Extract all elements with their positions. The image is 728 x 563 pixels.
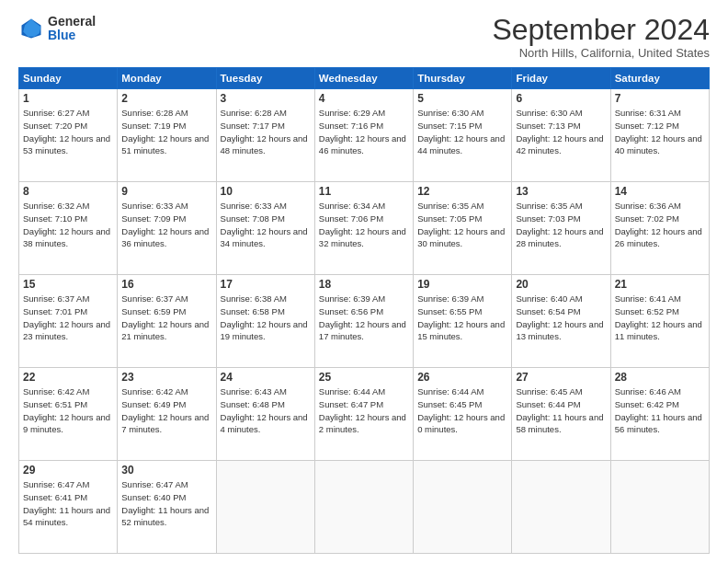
calendar-cell: 13 Sunrise: 6:35 AMSunset: 7:03 PMDaylig…: [512, 182, 610, 275]
calendar-cell: [414, 461, 512, 554]
day-number: 12: [417, 185, 507, 198]
calendar-cell: 19 Sunrise: 6:39 AMSunset: 6:55 PMDaylig…: [414, 275, 512, 368]
day-number: 2: [121, 92, 211, 105]
calendar-cell: 18 Sunrise: 6:39 AMSunset: 6:56 PMDaylig…: [314, 275, 413, 368]
weekday-header: Thursday: [414, 68, 512, 89]
calendar-cell: 2 Sunrise: 6:28 AMSunset: 7:19 PMDayligh…: [118, 89, 216, 182]
day-number: 17: [221, 278, 311, 291]
calendar-cell: 15 Sunrise: 6:37 AMSunset: 7:01 PMDaylig…: [19, 275, 118, 368]
calendar-cell: [610, 461, 709, 554]
day-number: 20: [516, 278, 606, 291]
day-info: Sunrise: 6:27 AMSunset: 7:20 PMDaylight:…: [23, 107, 113, 157]
title-block: September 2024 North Hills, California, …: [492, 15, 710, 60]
day-info: Sunrise: 6:45 AMSunset: 6:44 PMDaylight:…: [516, 385, 606, 436]
day-number: 29: [23, 464, 113, 477]
day-info: Sunrise: 6:36 AMSunset: 7:02 PMDaylight:…: [615, 200, 705, 250]
calendar-cell: 1 Sunrise: 6:27 AMSunset: 7:20 PMDayligh…: [19, 89, 118, 182]
day-number: 25: [319, 371, 409, 384]
day-number: 19: [417, 278, 507, 291]
month-title: September 2024: [492, 15, 710, 44]
day-number: 14: [615, 185, 705, 198]
day-number: 26: [417, 371, 507, 384]
day-info: Sunrise: 6:37 AMSunset: 6:59 PMDaylight:…: [121, 293, 211, 343]
calendar-week-row: 8 Sunrise: 6:32 AMSunset: 7:10 PMDayligh…: [19, 182, 710, 275]
calendar-cell: 10 Sunrise: 6:33 AMSunset: 7:08 PMDaylig…: [216, 182, 314, 275]
calendar-cell: 24 Sunrise: 6:43 AMSunset: 6:48 PMDaylig…: [216, 368, 314, 461]
weekday-header: Saturday: [610, 68, 709, 89]
calendar-week-row: 15 Sunrise: 6:37 AMSunset: 7:01 PMDaylig…: [19, 275, 710, 368]
day-number: 15: [23, 278, 113, 291]
calendar-cell: 27 Sunrise: 6:45 AMSunset: 6:44 PMDaylig…: [512, 368, 610, 461]
calendar-cell: 23 Sunrise: 6:42 AMSunset: 6:49 PMDaylig…: [118, 368, 216, 461]
day-number: 5: [417, 92, 507, 105]
day-info: Sunrise: 6:28 AMSunset: 7:19 PMDaylight:…: [121, 107, 211, 157]
calendar-cell: 25 Sunrise: 6:44 AMSunset: 6:47 PMDaylig…: [314, 368, 413, 461]
day-number: 23: [121, 371, 211, 384]
calendar-cell: 8 Sunrise: 6:32 AMSunset: 7:10 PMDayligh…: [19, 182, 118, 275]
weekday-header: Tuesday: [216, 68, 314, 89]
day-info: Sunrise: 6:33 AMSunset: 7:09 PMDaylight:…: [121, 200, 211, 250]
day-info: Sunrise: 6:32 AMSunset: 7:10 PMDaylight:…: [23, 200, 113, 250]
day-info: Sunrise: 6:29 AMSunset: 7:16 PMDaylight:…: [319, 107, 409, 157]
calendar-cell: 20 Sunrise: 6:40 AMSunset: 6:54 PMDaylig…: [512, 275, 610, 368]
day-info: Sunrise: 6:28 AMSunset: 7:17 PMDaylight:…: [221, 107, 311, 157]
day-info: Sunrise: 6:40 AMSunset: 6:54 PMDaylight:…: [516, 293, 606, 343]
day-number: 3: [221, 92, 311, 105]
day-number: 11: [319, 185, 409, 198]
calendar-cell: [216, 461, 314, 554]
day-info: Sunrise: 6:39 AMSunset: 6:55 PMDaylight:…: [417, 293, 507, 343]
day-info: Sunrise: 6:38 AMSunset: 6:58 PMDaylight:…: [221, 293, 311, 343]
day-number: 1: [23, 92, 113, 105]
day-number: 30: [121, 464, 211, 477]
calendar-cell: [314, 461, 413, 554]
day-info: Sunrise: 6:44 AMSunset: 6:45 PMDaylight:…: [417, 385, 507, 436]
header: General Blue September 2024 North Hills,…: [18, 15, 710, 60]
day-number: 8: [23, 185, 113, 198]
calendar-cell: 29 Sunrise: 6:47 AMSunset: 6:41 PMDaylig…: [19, 461, 118, 554]
day-number: 28: [615, 371, 705, 384]
day-info: Sunrise: 6:41 AMSunset: 6:52 PMDaylight:…: [615, 293, 705, 343]
calendar-cell: 3 Sunrise: 6:28 AMSunset: 7:17 PMDayligh…: [216, 89, 314, 182]
day-number: 10: [221, 185, 311, 198]
day-number: 24: [221, 371, 311, 384]
weekday-header: Wednesday: [314, 68, 413, 89]
calendar-header-row: SundayMondayTuesdayWednesdayThursdayFrid…: [19, 68, 710, 89]
calendar-cell: 17 Sunrise: 6:38 AMSunset: 6:58 PMDaylig…: [216, 275, 314, 368]
day-info: Sunrise: 6:39 AMSunset: 6:56 PMDaylight:…: [319, 293, 409, 343]
logo-text: General Blue: [48, 15, 96, 43]
day-number: 7: [615, 92, 705, 105]
day-info: Sunrise: 6:30 AMSunset: 7:15 PMDaylight:…: [417, 107, 507, 157]
day-number: 18: [319, 278, 409, 291]
weekday-header: Sunday: [19, 68, 118, 89]
calendar-week-row: 1 Sunrise: 6:27 AMSunset: 7:20 PMDayligh…: [19, 89, 710, 182]
calendar-week-row: 29 Sunrise: 6:47 AMSunset: 6:41 PMDaylig…: [19, 461, 710, 554]
calendar-cell: 30 Sunrise: 6:47 AMSunset: 6:40 PMDaylig…: [118, 461, 216, 554]
day-number: 13: [516, 185, 606, 198]
day-info: Sunrise: 6:35 AMSunset: 7:03 PMDaylight:…: [516, 200, 606, 250]
day-info: Sunrise: 6:31 AMSunset: 7:12 PMDaylight:…: [615, 107, 705, 157]
calendar-cell: 12 Sunrise: 6:35 AMSunset: 7:05 PMDaylig…: [414, 182, 512, 275]
day-info: Sunrise: 6:42 AMSunset: 6:51 PMDaylight:…: [23, 385, 113, 436]
day-info: Sunrise: 6:37 AMSunset: 7:01 PMDaylight:…: [23, 293, 113, 343]
calendar-cell: 14 Sunrise: 6:36 AMSunset: 7:02 PMDaylig…: [610, 182, 709, 275]
weekday-header: Monday: [118, 68, 216, 89]
day-info: Sunrise: 6:47 AMSunset: 6:40 PMDaylight:…: [121, 478, 211, 529]
calendar-table: SundayMondayTuesdayWednesdayThursdayFrid…: [18, 67, 710, 554]
location: North Hills, California, United States: [492, 46, 710, 60]
day-number: 27: [516, 371, 606, 384]
day-number: 16: [121, 278, 211, 291]
calendar-cell: 11 Sunrise: 6:34 AMSunset: 7:06 PMDaylig…: [314, 182, 413, 275]
day-info: Sunrise: 6:46 AMSunset: 6:42 PMDaylight:…: [615, 385, 705, 436]
day-number: 22: [23, 371, 113, 384]
calendar-cell: 28 Sunrise: 6:46 AMSunset: 6:42 PMDaylig…: [610, 368, 709, 461]
day-info: Sunrise: 6:43 AMSunset: 6:48 PMDaylight:…: [221, 385, 311, 436]
calendar-cell: 5 Sunrise: 6:30 AMSunset: 7:15 PMDayligh…: [414, 89, 512, 182]
day-info: Sunrise: 6:33 AMSunset: 7:08 PMDaylight:…: [221, 200, 311, 250]
svg-marker-1: [23, 19, 40, 37]
day-info: Sunrise: 6:47 AMSunset: 6:41 PMDaylight:…: [23, 478, 113, 529]
page: General Blue September 2024 North Hills,…: [0, 0, 728, 563]
day-info: Sunrise: 6:30 AMSunset: 7:13 PMDaylight:…: [516, 107, 606, 157]
weekday-header: Friday: [512, 68, 610, 89]
calendar-cell: 9 Sunrise: 6:33 AMSunset: 7:09 PMDayligh…: [118, 182, 216, 275]
day-number: 6: [516, 92, 606, 105]
